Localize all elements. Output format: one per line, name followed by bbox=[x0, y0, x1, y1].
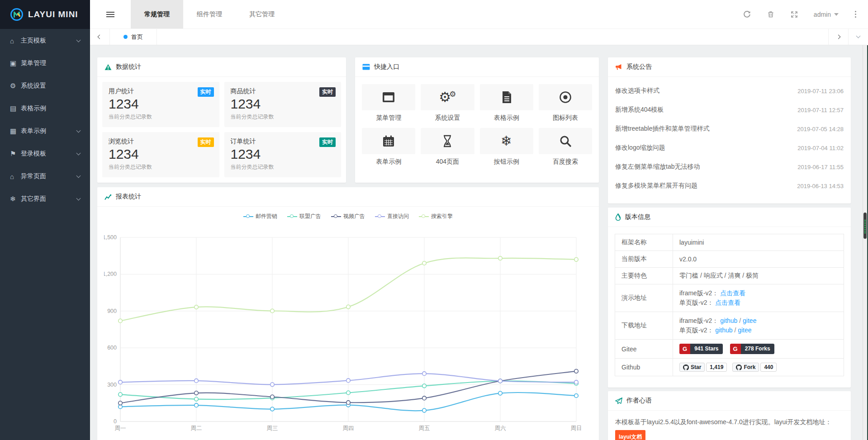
card-title: 版本信息 bbox=[625, 213, 650, 221]
card-quick-entry: 快捷入口 菜单管理⚙⚙系统设置表格示例图标列表表单示例404页面❄按钮示例百度搜… bbox=[355, 57, 599, 183]
window-icon bbox=[362, 84, 415, 110]
sidebar-item[interactable]: ❄其它界面 bbox=[0, 188, 90, 210]
legend-item[interactable]: 邮件营销 bbox=[243, 213, 277, 220]
sidebar-item-label: 异常页面 bbox=[21, 172, 77, 180]
quick-entry-item[interactable]: ⚙⚙系统设置 bbox=[421, 84, 474, 122]
quick-entry-item[interactable]: 404页面 bbox=[421, 128, 474, 166]
stat-box: 浏览统计1234当前分类总记录数实时 bbox=[102, 132, 219, 177]
tabs-scroll-left-button[interactable] bbox=[90, 29, 110, 45]
version-row-label: 框架名称 bbox=[615, 234, 673, 251]
legend-marker-icon bbox=[419, 216, 429, 217]
quick-entry-item[interactable]: 百度搜索 bbox=[539, 128, 592, 166]
stat-desc: 当前分类总记录数 bbox=[109, 113, 213, 121]
svg-text:周三: 周三 bbox=[267, 425, 278, 431]
quick-entry-item[interactable]: 图标列表 bbox=[539, 84, 592, 122]
realtime-badge: 实时 bbox=[319, 137, 336, 147]
announcement-row: 修改选项卡样式2019-07-11 23:06 bbox=[615, 81, 844, 100]
version-row: 下载地址iframe版-v2： github / gitee单页版-v2： gi… bbox=[615, 312, 844, 340]
clear-cache-icon[interactable] bbox=[767, 10, 775, 19]
version-link[interactable]: 点击查看 bbox=[720, 289, 745, 297]
sidebar-item[interactable]: ▣菜单管理 bbox=[0, 52, 90, 75]
github-widget: Fork440 bbox=[732, 363, 777, 372]
gear-icon: ⚙ bbox=[10, 82, 21, 90]
sidebar-item[interactable]: ▤表格示例 bbox=[0, 97, 90, 120]
announcement-row: 修复左侧菜单缩放tab无法移动2019-06-17 11:55 bbox=[615, 157, 844, 176]
github-star-button[interactable]: Star bbox=[679, 363, 705, 372]
sidebar-item-label: 系统设置 bbox=[21, 82, 80, 90]
quick-entry-item[interactable]: ❄按钮示例 bbox=[480, 128, 533, 166]
version-link[interactable]: 点击查看 bbox=[715, 299, 740, 306]
svg-text:300: 300 bbox=[107, 382, 117, 388]
github-mark-icon bbox=[736, 364, 742, 370]
card-system-announcements: 系统公告 修改选项卡样式2019-07-11 23:06新增系统404模板201… bbox=[608, 57, 851, 203]
legend-item[interactable]: 搜索引擎 bbox=[419, 213, 453, 220]
card-title: 作者心语 bbox=[626, 397, 652, 405]
version-table-body: 框架名称layuimini当前版本v2.0.0主要特色零门槛 / 响应式 / 清… bbox=[615, 234, 844, 376]
topnav-tab[interactable]: 其它管理 bbox=[236, 0, 288, 28]
version-row-label: 当前版本 bbox=[615, 251, 673, 268]
legend-item[interactable]: 联盟广告 bbox=[287, 213, 321, 220]
announcement-text: 修复多模块菜单栏展开有问题 bbox=[615, 182, 697, 190]
topnav-tab[interactable]: 常规管理 bbox=[131, 0, 183, 28]
home-icon: ⌂ bbox=[10, 173, 21, 180]
version-value: 零门槛 / 响应式 / 清爽 / 极简 bbox=[679, 272, 759, 279]
quick-entry-item[interactable]: 表单示例 bbox=[362, 128, 415, 166]
legend-item[interactable]: 直接访问 bbox=[375, 213, 409, 220]
sidebar-item[interactable]: ⚙系统设置 bbox=[0, 75, 90, 97]
stat-desc: 当前分类总记录数 bbox=[109, 163, 213, 171]
legend-marker-icon bbox=[243, 216, 253, 217]
announcement-date: 2019-06-13 14:53 bbox=[797, 183, 844, 189]
fullscreen-icon[interactable] bbox=[790, 10, 798, 19]
version-link[interactable]: gitee bbox=[743, 317, 756, 324]
stats-grid: 用户统计1234当前分类总记录数实时商品统计1234当前分类总记录数实时浏览统计… bbox=[97, 77, 346, 182]
sidebar-item[interactable]: ⌂主页模板 bbox=[0, 29, 90, 52]
user-menu[interactable]: admin bbox=[814, 11, 839, 18]
card-panel-icon bbox=[362, 64, 370, 70]
announcement-date: 2019-07-11 12:57 bbox=[797, 107, 844, 114]
tabs-scroll-right-button[interactable] bbox=[828, 29, 848, 45]
version-link[interactable]: github bbox=[720, 317, 737, 324]
sidebar-item[interactable]: ▦表单示例 bbox=[0, 120, 90, 142]
sidebar-item-label: 菜单管理 bbox=[21, 59, 80, 67]
refresh-icon[interactable] bbox=[743, 10, 751, 19]
layui-doc-badge[interactable]: layui文档 bbox=[615, 430, 645, 440]
more-options-icon[interactable] bbox=[854, 10, 857, 19]
scrollbar-thumb[interactable] bbox=[863, 213, 867, 239]
topnav-tab[interactable]: 组件管理 bbox=[183, 0, 236, 28]
announcement-date: 2019-06-17 11:55 bbox=[797, 164, 844, 170]
quick-entry-item[interactable]: 菜单管理 bbox=[362, 84, 415, 122]
announcement-text: 新增系统404模板 bbox=[615, 106, 664, 114]
sidebar-item[interactable]: ⌂异常页面 bbox=[0, 165, 90, 188]
gitee-badge[interactable]: G941 Stars bbox=[679, 344, 723, 354]
version-link-line: 单页版-v2： github / gitee bbox=[679, 326, 837, 335]
version-link[interactable]: github bbox=[715, 326, 732, 334]
menu-toggle-button[interactable] bbox=[90, 0, 131, 28]
dot-circle-icon bbox=[539, 84, 592, 110]
github-action-label: Fork bbox=[744, 364, 755, 370]
hamburger-icon bbox=[106, 12, 114, 13]
realtime-badge: 实时 bbox=[198, 87, 214, 97]
sidebar-item[interactable]: ⚑登录模板 bbox=[0, 142, 90, 165]
version-link[interactable]: gitee bbox=[738, 326, 751, 334]
chevron-right-icon bbox=[836, 35, 841, 39]
tab-home[interactable]: 首页 bbox=[110, 29, 157, 45]
calendar-icon: ▦ bbox=[10, 127, 21, 135]
search-icon bbox=[539, 128, 592, 154]
gitee-badge[interactable]: G278 Forks bbox=[730, 344, 774, 354]
version-link-line: iframe版-v2： github / gitee bbox=[679, 316, 837, 326]
tabs-menu-button[interactable] bbox=[848, 29, 868, 45]
github-count[interactable]: 1,419 bbox=[706, 363, 727, 372]
github-count[interactable]: 440 bbox=[760, 363, 777, 372]
stat-box: 商品统计1234当前分类总记录数实时 bbox=[224, 82, 342, 127]
quick-entry-label: 图标列表 bbox=[539, 114, 592, 122]
logo-icon bbox=[10, 8, 24, 21]
svg-text:周四: 周四 bbox=[343, 425, 354, 431]
active-tab-dot bbox=[123, 35, 128, 39]
calendar-icon bbox=[362, 128, 415, 154]
quick-entry-item[interactable]: 表格示例 bbox=[480, 84, 533, 122]
quick-entry-label: 菜单管理 bbox=[362, 114, 415, 122]
announcement-text: 新增treetable插件和菜单管理样式 bbox=[615, 125, 709, 133]
header-actions: admin bbox=[743, 0, 868, 28]
github-fork-button[interactable]: Fork bbox=[732, 363, 759, 372]
legend-item[interactable]: 视频广告 bbox=[331, 213, 365, 220]
